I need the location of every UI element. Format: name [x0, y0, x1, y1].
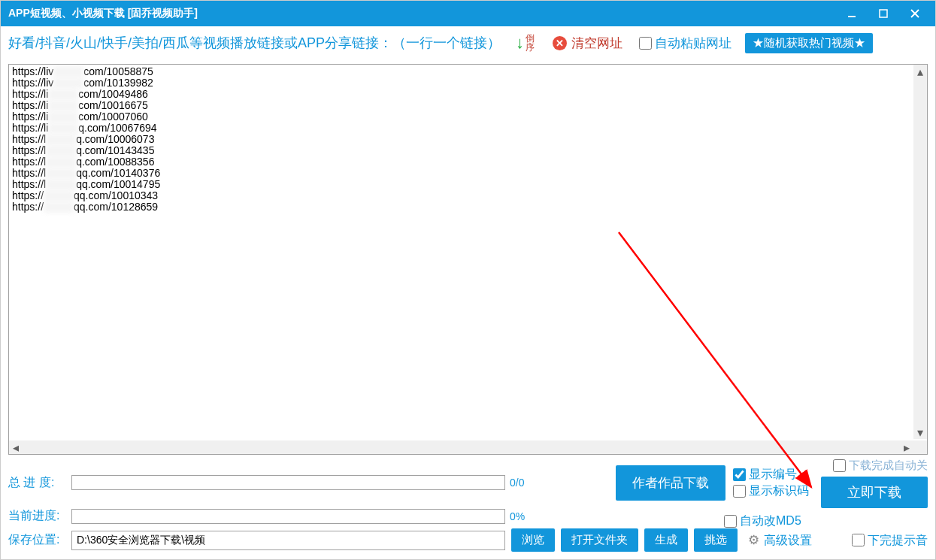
url-line: https://liv com/10058875: [12, 66, 924, 77]
download-now-button[interactable]: 立即下载: [821, 477, 928, 508]
advanced-settings-link[interactable]: ⚙ 高级设置: [748, 532, 812, 549]
url-prompt-label: 好看/抖音/火山/快手/美拍/西瓜等视频播放链接或APP分享链接：（一行一个链接…: [8, 34, 501, 52]
bottom-panel: 总 进 度: 0/0 作者作品下载 显示编号 显示标识码 下载完成自动关 立即下…: [1, 450, 935, 559]
url-line: https://l q.com/10006073: [12, 134, 924, 145]
clear-urls-label: 清空网址: [571, 35, 622, 52]
maximize-button[interactable]: [868, 1, 899, 26]
auto-open-checkbox[interactable]: 下载完成自动关: [833, 457, 928, 474]
author-download-button[interactable]: 作者作品下载: [616, 465, 725, 501]
minimize-button[interactable]: [836, 1, 868, 26]
url-line: https://li com/10049486: [12, 89, 924, 100]
sort-arrow-icon: ↓: [516, 33, 524, 53]
show-hash-input[interactable]: [733, 485, 746, 498]
auto-paste-label: 自动粘贴网址: [655, 35, 732, 52]
url-line: https://liv com/10139982: [12, 77, 924, 89]
url-line: https://li com/10016675: [12, 100, 924, 111]
total-progress-label: 总 进 度:: [8, 475, 71, 491]
generate-button[interactable]: 生成: [644, 528, 688, 552]
url-line: https://li com/10007060: [12, 111, 924, 123]
auto-open-input[interactable]: [833, 459, 846, 472]
total-progress-bar: [71, 475, 505, 490]
save-path-label: 保存位置:: [8, 532, 71, 548]
url-line: https://l qq.com/10014795: [12, 179, 924, 190]
scroll-down-icon[interactable]: ▾: [913, 425, 927, 439]
reverse-sort-button[interactable]: ↓ 倒序: [516, 33, 535, 53]
show-hash-label: 显示标识码: [749, 483, 809, 499]
show-number-input[interactable]: [733, 468, 746, 481]
total-progress-value: 0/0: [510, 477, 524, 489]
close-circle-icon: ✕: [553, 36, 567, 50]
auto-md5-checkbox[interactable]: 自动改MD5: [724, 513, 801, 529]
auto-md5-input[interactable]: [724, 515, 737, 528]
auto-md5-label: 自动改MD5: [740, 513, 801, 529]
svg-rect-1: [880, 10, 887, 17]
url-textarea[interactable]: https://liv com/10058875https://liv com/…: [9, 65, 927, 437]
select-button[interactable]: 挑选: [694, 528, 738, 552]
url-line: https://li q.com/10067694: [12, 123, 924, 134]
scroll-up-icon[interactable]: ▴: [913, 65, 927, 78]
url-line: https:// qq.com/10010343: [12, 190, 924, 201]
fetch-hot-button[interactable]: ★随机获取热门视频★: [745, 33, 873, 53]
current-progress-label: 当前进度:: [8, 508, 71, 524]
close-button[interactable]: [899, 1, 931, 26]
sound-input[interactable]: [852, 534, 865, 546]
auto-open-label: 下载完成自动关: [849, 457, 928, 474]
url-line: https://l qq.com/10140376: [12, 168, 924, 179]
advanced-settings-label: 高级设置: [764, 532, 812, 549]
url-line: https:// qq.com/10128659: [12, 201, 924, 213]
vertical-scrollbar[interactable]: ▴ ▾: [913, 65, 927, 439]
url-line: https://l q.com/10143435: [12, 145, 924, 156]
browse-button[interactable]: 浏览: [511, 528, 555, 552]
auto-paste-checkbox[interactable]: 自动粘贴网址: [639, 35, 732, 52]
sound-label: 下完提示音: [868, 532, 928, 549]
show-number-label: 显示编号: [749, 466, 797, 483]
show-number-checkbox[interactable]: 显示编号: [733, 466, 809, 483]
save-path-input[interactable]: [71, 531, 505, 550]
clear-urls-button[interactable]: ✕ 清空网址: [553, 35, 622, 52]
url-textarea-wrap: https://liv com/10058875https://liv com/…: [8, 64, 928, 455]
current-progress-bar: [71, 509, 505, 524]
sound-checkbox[interactable]: 下完提示音: [852, 532, 928, 549]
auto-paste-input[interactable]: [639, 37, 652, 50]
url-line: https://l q.com/10088356: [12, 156, 924, 168]
show-hash-checkbox[interactable]: 显示标识码: [733, 483, 809, 499]
gear-icon: ⚙: [748, 532, 759, 549]
title-bar: APP短视频、小视频下载 [固乔视频助手]: [1, 1, 935, 26]
toolbar: 好看/抖音/火山/快手/美拍/西瓜等视频播放链接或APP分享链接：（一行一个链接…: [1, 26, 935, 59]
window-title: APP短视频、小视频下载 [固乔视频助手]: [8, 7, 198, 20]
open-folder-button[interactable]: 打开文件夹: [561, 528, 638, 552]
current-progress-value: 0%: [510, 510, 525, 522]
